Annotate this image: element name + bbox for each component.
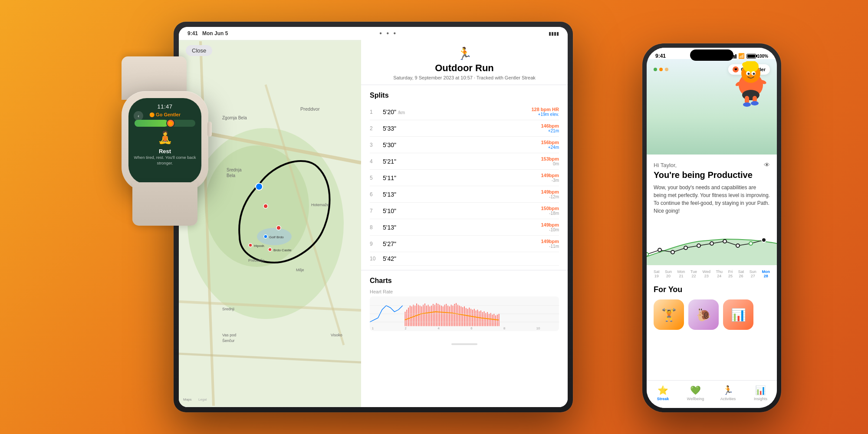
ipad-battery-icon: ▮▮▮▮ [549, 31, 559, 36]
svg-text:Šenčur: Šenčur [222, 339, 235, 343]
tab-wellbeing[interactable]: 💚 Wellbeing [679, 385, 712, 401]
battery-fill [747, 55, 755, 58]
split-num-8: 8 [370, 224, 378, 230]
tab-activities[interactable]: 🏃 Activities [712, 385, 744, 401]
mascot-character [729, 61, 773, 115]
split-stats-9: 149bpm -11m [541, 239, 559, 249]
split-elev-7: -18m [541, 211, 559, 216]
watch-activity-type-icon: 🧘 [128, 130, 201, 145]
svg-point-101 [742, 62, 749, 67]
table-row: 4 5'21" 153bpm 0m [370, 153, 559, 170]
split-num-1: 1 [370, 109, 378, 115]
svg-rect-38 [416, 303, 417, 326]
close-button[interactable]: Close [186, 45, 212, 56]
svg-rect-88 [499, 314, 500, 326]
watch-body: 11:47 ‹ 🟠 Go Gentler 🟠 🧘 Rest When tired… [122, 91, 208, 191]
week-label-tue22: Tue22 [690, 270, 697, 278]
table-row: 3 5'30" 156bpm +24m [370, 137, 559, 153]
svg-rect-35 [411, 306, 412, 326]
workout-badge-icon: 🏋️ [661, 308, 677, 322]
scroll-handle [451, 343, 477, 345]
split-hr-2: 146bpm [541, 123, 559, 128]
split-pace-3: 5'30" [383, 141, 536, 148]
tab-streak[interactable]: ⭐ Streak [647, 385, 679, 401]
for-you-item-wellbeing[interactable]: 🐌 [688, 299, 719, 330]
svg-point-122 [762, 238, 766, 242]
greeting-section: Hi Taylor, 👁 You're being Productive Wow… [647, 155, 777, 215]
workout-subtitle: Saturday, 9 September 2023 at 10:57 · Tr… [370, 75, 559, 80]
week-label-wed23: Wed23 [703, 270, 710, 278]
split-stats-1: 128 bpm HR +19m elev. [531, 107, 559, 117]
svg-rect-54 [443, 306, 444, 326]
split-pace-7: 5'10" [383, 207, 536, 214]
svg-rect-82 [489, 314, 490, 326]
week-label-sat26: Sat26 [738, 270, 744, 278]
insights-tab-label: Insights [754, 397, 767, 401]
for-you-item-stats[interactable]: 📊 [723, 299, 753, 330]
signal-bar-4 [735, 54, 736, 59]
svg-rect-63 [457, 305, 458, 326]
split-pace-10: 5'42" [383, 255, 555, 262]
svg-text:Predoslje: Predoslje [248, 258, 265, 263]
svg-text:Preddvor: Preddvor [300, 106, 320, 112]
devices-container: 11:47 ‹ 🟠 Go Gentler 🟠 🧘 Rest When tired… [87, 22, 781, 412]
svg-rect-80 [485, 313, 486, 326]
svg-rect-78 [482, 312, 483, 326]
svg-rect-55 [444, 305, 445, 326]
svg-rect-87 [497, 315, 498, 326]
workout-icon: 🏃 [370, 46, 559, 61]
svg-point-119 [723, 240, 727, 243]
for-you-section: For You 🏋️ 🐌 📊 [647, 278, 777, 337]
svg-rect-36 [413, 305, 414, 326]
svg-rect-40 [420, 306, 421, 326]
svg-rect-73 [474, 309, 475, 326]
split-hr-1: 128 bpm HR [531, 107, 559, 112]
ipad: 9:41 Mon Jun 5 • • • ▮▮▮▮ Close [174, 22, 573, 412]
split-num-7: 7 [370, 208, 378, 214]
svg-rect-84 [492, 315, 493, 326]
svg-rect-34 [410, 306, 411, 326]
svg-point-10 [263, 204, 268, 208]
svg-text:Brdo Castle: Brdo Castle [273, 248, 292, 252]
bottom-handle [361, 338, 568, 351]
svg-rect-68 [466, 308, 467, 326]
watch-activity-fill [135, 120, 168, 127]
split-stats-5: 149bpm -3m [541, 173, 559, 183]
svg-rect-66 [462, 307, 463, 326]
activities-tab-label: Activities [720, 397, 736, 401]
table-row: 7 5'10" 150bpm -18m [370, 203, 559, 219]
green-dot-icon [654, 68, 657, 71]
iphone-dynamic-island [690, 49, 733, 61]
week-label-sat19: Sat19 [654, 270, 660, 278]
svg-text:1: 1 [372, 326, 374, 330]
svg-point-115 [671, 250, 674, 254]
svg-text:Bela: Bela [227, 173, 235, 178]
for-you-item-workout[interactable]: 🏋️ [654, 299, 684, 330]
svg-text:10: 10 [536, 326, 540, 330]
split-elev-2: +21m [541, 128, 559, 133]
svg-point-104 [748, 73, 750, 75]
split-stats-4: 153bpm 0m [541, 156, 559, 166]
split-pace-8: 5'13" [383, 224, 536, 231]
split-hr-3: 156bpm [541, 140, 559, 145]
svg-rect-53 [441, 306, 442, 326]
week-label-sun20: Sun20 [665, 270, 672, 278]
table-row: 6 5'13" 149bpm -12m [370, 186, 559, 203]
svg-rect-71 [470, 309, 471, 326]
tab-insights[interactable]: 📊 Insights [744, 385, 777, 401]
svg-rect-81 [487, 312, 488, 326]
iphone-screen: 9:41 📶 [647, 48, 777, 408]
svg-point-25 [249, 243, 252, 247]
splits-title: Splits [370, 92, 559, 99]
split-hr-5: 149bpm [541, 173, 559, 178]
ipad-body: 9:41 Mon Jun 5 • • • ▮▮▮▮ Close [174, 22, 573, 412]
table-row: 2 5'33" 146bpm +21m [370, 120, 559, 137]
svg-rect-56 [446, 304, 447, 326]
watch-back-button[interactable]: ‹ [134, 111, 143, 121]
svg-rect-85 [493, 314, 494, 326]
split-num-3: 3 [370, 142, 378, 148]
svg-rect-65 [460, 306, 461, 326]
svg-point-117 [697, 244, 700, 247]
week-label-mon21: Mon21 [677, 270, 685, 278]
svg-rect-67 [464, 306, 465, 326]
